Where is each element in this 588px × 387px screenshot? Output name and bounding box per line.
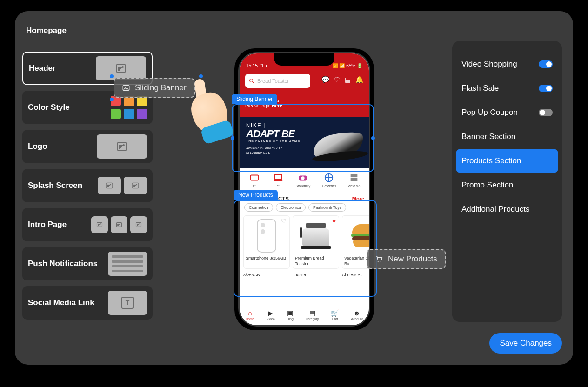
product-card[interactable]: ♡ Smartphone 8/256GB xyxy=(243,215,290,269)
sidebar: Homepage Header Color Style Logo Splash … xyxy=(22,26,153,325)
svg-rect-3 xyxy=(274,175,281,180)
tab-home[interactable]: ⌂Home xyxy=(246,309,254,320)
more-link[interactable]: More xyxy=(352,196,364,201)
overflow-row: 8/256GBToasterCheese Bu xyxy=(240,273,369,277)
cart-icon xyxy=(375,255,383,263)
burger-image xyxy=(350,222,370,249)
smartphone-image xyxy=(257,219,276,253)
heart-icon[interactable]: ♡ xyxy=(334,76,340,83)
product-row: ♡ Smartphone 8/256GB ♥ Premium Bread Toa… xyxy=(240,215,369,273)
search-icon xyxy=(249,78,254,84)
svg-rect-9 xyxy=(354,174,357,177)
favorite-icon[interactable]: ♥ xyxy=(332,218,336,225)
shoe-image xyxy=(304,119,369,165)
app-panel: Homepage Header Color Style Logo Splash … xyxy=(15,11,573,365)
chip-cosmetics[interactable]: Cosmetics xyxy=(244,203,273,212)
hand-cursor-icon xyxy=(193,93,227,134)
toaster-image xyxy=(301,223,331,249)
section-title: Homepage xyxy=(22,26,139,42)
toggle-flash-sale[interactable] xyxy=(539,85,553,92)
logo-thumb xyxy=(97,134,147,159)
phone-header: Bread Toaster 💬 ♡ ▤ 🔔 Welcome, owoo Plea… xyxy=(240,70,369,117)
sidebar-item-social-media-link[interactable]: Social Media Link T xyxy=(22,286,153,320)
setting-video-shopping[interactable]: Video Shopping xyxy=(456,52,558,76)
phone-mockup: 15:15 ⏱ ◧📶 📶 65% 🔋 Bread Toaster 💬 ♡ ▤ 🔔… xyxy=(234,48,374,330)
chat-icon[interactable]: 💬 xyxy=(321,76,329,83)
setting-banner-section[interactable]: Banner Section xyxy=(456,125,558,149)
new-products-badge: New Products xyxy=(234,190,278,200)
tab-account[interactable]: ☻Account xyxy=(351,309,363,320)
setting-popup-coupon[interactable]: Pop Up Coupon xyxy=(456,100,558,125)
svg-point-15 xyxy=(381,261,381,262)
drag-ghost-new-products[interactable]: New Products xyxy=(367,249,446,269)
tab-video[interactable]: ▶Video xyxy=(267,309,275,320)
sidebar-item-push-notifications[interactable]: Push Notifications xyxy=(22,247,153,280)
category-item[interactable]: et xyxy=(248,173,261,187)
tab-cart[interactable]: 🛒Cart xyxy=(331,309,339,320)
image-icon xyxy=(122,84,130,92)
category-item[interactable]: Groceries xyxy=(322,173,336,187)
product-card[interactable]: Vegetarian Cheese Bu xyxy=(342,215,370,269)
category-item[interactable]: et xyxy=(272,173,284,187)
phone-banner[interactable]: NIKE | ADAPT BE THE FUTURE OF THE GAME A… xyxy=(240,117,369,168)
save-changes-button[interactable]: Save Changes xyxy=(489,333,562,354)
color-swatches xyxy=(111,96,147,119)
tab-blog[interactable]: ▣Blog xyxy=(287,309,294,320)
tab-category[interactable]: ▦Category xyxy=(306,309,319,320)
setting-products-section[interactable]: Products Section xyxy=(456,149,558,173)
toggle-video-shopping[interactable] xyxy=(539,60,553,68)
svg-line-1 xyxy=(253,82,254,83)
settings-panel: Video Shopping Flash Sale Pop Up Coupon … xyxy=(452,41,562,322)
category-item[interactable]: Stationery xyxy=(296,173,311,187)
sidebar-item-intro-page[interactable]: Intro Page xyxy=(22,208,153,241)
svg-point-6 xyxy=(301,176,305,180)
category-row: et et Stationery Groceries View Mo xyxy=(240,168,369,192)
phone-tabbar: ⌂Home ▶Video ▣Blog ▦Category 🛒Cart ☻Acco… xyxy=(240,304,369,325)
setting-additional-products[interactable]: Additional Products xyxy=(456,197,558,221)
phone-search[interactable]: Bread Toaster xyxy=(245,74,310,88)
sidebar-item-splash-screen[interactable]: Splash Screen xyxy=(22,169,153,202)
chip-row: Cosmetics Electronics Fashion & Toys xyxy=(240,203,369,215)
svg-rect-2 xyxy=(250,175,258,180)
chip-electronics[interactable]: Electronics xyxy=(276,203,306,212)
setting-flash-sale[interactable]: Flash Sale xyxy=(456,76,558,100)
bell-icon[interactable]: 🔔 xyxy=(355,76,363,83)
svg-rect-11 xyxy=(354,178,357,181)
svg-rect-8 xyxy=(351,174,354,177)
toggle-popup-coupon[interactable] xyxy=(539,109,553,116)
clipboard-icon[interactable]: ▤ xyxy=(345,76,351,83)
svg-rect-10 xyxy=(351,178,354,181)
drag-ghost-sliding-banner[interactable]: Sliding Banner xyxy=(114,78,195,98)
favorite-icon[interactable]: ♡ xyxy=(281,218,287,225)
category-item[interactable]: View Mo xyxy=(348,173,361,187)
sliding-banner-badge: Sliding Banner xyxy=(232,94,277,104)
product-card[interactable]: ♥ Premium Bread Toaster xyxy=(293,215,339,269)
chip-fashion-toys[interactable]: Fashion & Toys xyxy=(308,203,346,212)
setting-promo-section[interactable]: Promo Section xyxy=(456,173,558,197)
svg-point-0 xyxy=(250,79,253,82)
sidebar-item-logo[interactable]: Logo xyxy=(22,130,153,163)
header-thumb xyxy=(96,56,146,80)
svg-point-14 xyxy=(378,261,379,262)
